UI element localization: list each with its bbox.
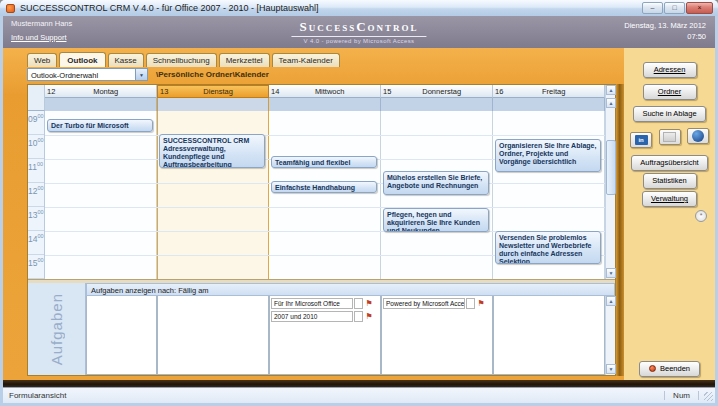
folder-path: \Persönliche Ordner\Kalender — [156, 70, 269, 79]
hour-label: 1500 — [28, 255, 44, 279]
day-header-dienstag[interactable]: 13Dienstag — [157, 85, 269, 98]
day-header-montag[interactable]: 12Montag — [45, 85, 157, 98]
tasks-scroll-up-icon[interactable]: ▲ — [606, 296, 616, 306]
day-name: Mittwoch — [279, 87, 380, 96]
task-category-cell[interactable] — [466, 298, 475, 309]
close-button[interactable]: × — [686, 2, 713, 14]
hour-gridline — [45, 207, 605, 208]
calendar-scrollbar[interactable]: ▲ ▲ ▼ — [605, 85, 615, 279]
allday-cell-donnerstag[interactable] — [381, 98, 493, 111]
app-header: Mustermann Hans Info und Support Success… — [3, 16, 715, 48]
bottom-border-strip — [3, 380, 715, 387]
appointment[interactable]: Versenden Sie problemlos Newsletter und … — [495, 231, 601, 264]
view-mode-label: Formularansicht — [9, 391, 66, 400]
scroll-down-icon[interactable]: ▼ — [606, 268, 616, 278]
tab-schnellbuchung[interactable]: Schnellbuchung — [146, 53, 217, 67]
ordner-button[interactable]: Ordner — [643, 84, 697, 100]
flag-icon[interactable]: ⚑ — [363, 311, 375, 322]
day-column-montag[interactable] — [45, 111, 157, 279]
task-item[interactable]: 2007 und 2010⚑ — [271, 311, 379, 322]
task-column-montag[interactable] — [86, 296, 157, 375]
task-column-dienstag[interactable] — [157, 296, 269, 375]
tasks-scrollbar[interactable]: ▲ ▼ — [605, 296, 615, 375]
appointment[interactable]: Mühelos erstellen Sie Briefe, Angebote u… — [383, 171, 489, 195]
appointment[interactable]: Der Turbo für Microsoft Office — [47, 119, 153, 132]
linkedin-icon[interactable]: in — [630, 132, 652, 148]
internet-icon[interactable] — [687, 128, 709, 144]
appointment[interactable]: Organisieren Sie Ihre Ablage, Ordner, Pr… — [495, 139, 601, 172]
hour-label: 1100 — [28, 159, 44, 183]
verwaltung-button[interactable]: Verwaltung — [642, 191, 697, 207]
day-header-mittwoch[interactable]: 14Mittwoch — [269, 85, 381, 98]
main-area: WebOutlookKasseSchnellbuchungMerkzettelT… — [3, 48, 715, 380]
scrollbar-thumb[interactable] — [606, 140, 616, 195]
app-logo: SuccessControl V 4.0 - powered by Micros… — [291, 19, 426, 44]
asterisk-icon-button[interactable]: * — [695, 210, 707, 222]
tab-kasse[interactable]: Kasse — [108, 53, 144, 67]
hour-gridline — [45, 135, 605, 136]
day-column-donnerstag[interactable] — [381, 111, 493, 279]
task-item[interactable]: Für Ihr Microsoft Office⚑ — [271, 298, 379, 309]
tasks-scroll-down-icon[interactable]: ▼ — [606, 364, 616, 374]
sidebar: in * Beenden AdressenOrdnerSuche in Abla… — [624, 48, 715, 380]
allday-cell-freitag[interactable] — [493, 98, 605, 111]
hour-label: 1200 — [28, 183, 44, 207]
task-column-freitag[interactable] — [493, 296, 605, 375]
user-name: Mustermann Hans — [11, 19, 72, 28]
title-bar: SUCCESSCONTROL CRM V 4.0 - für Office 20… — [0, 0, 718, 16]
hour-label: 1300 — [28, 207, 44, 231]
tab-outlook[interactable]: Outlook — [59, 52, 105, 67]
allday-cell-montag[interactable] — [45, 98, 157, 111]
allday-expand-icon[interactable]: ▲ — [606, 98, 616, 108]
social-icon-row: in — [624, 128, 715, 148]
adressen-button[interactable]: Adressen — [643, 62, 697, 78]
task-item[interactable]: Powered by Microsoft Access⚑ — [383, 298, 491, 309]
flag-icon[interactable]: ⚑ — [475, 298, 487, 309]
appointment[interactable]: Pflegen, hegen und akquirieren Sie Ihre … — [383, 208, 489, 232]
calendar-panel: 0900100011001200130014001500 Aufgaben Au… — [27, 84, 616, 376]
hour-label: 0900 — [28, 111, 44, 135]
suche-in-ablage-button[interactable]: Suche in Ablage — [633, 106, 705, 122]
tasks-header[interactable]: Aufgaben anzeigen nach: Fällig am — [86, 283, 615, 296]
window-title: SUCCESSCONTROL CRM V 4.0 - für Office 20… — [20, 3, 319, 13]
outlook-folder-dropdown[interactable]: Outlook-Ordnerwahl ▼ — [27, 68, 148, 81]
panel-right-edge — [616, 84, 624, 376]
day-name: Montag — [55, 87, 156, 96]
chevron-down-icon[interactable]: ▼ — [135, 69, 147, 80]
appointment[interactable]: Einfachste Handhabung — [271, 181, 377, 193]
task-category-cell[interactable] — [354, 311, 363, 322]
day-header-freitag[interactable]: 16Freitag — [493, 85, 605, 98]
task-text: 2007 und 2010 — [271, 311, 353, 322]
social-icon[interactable] — [659, 129, 681, 145]
app-icon — [6, 4, 15, 13]
scroll-up-icon[interactable]: ▲ — [606, 85, 616, 95]
flag-icon[interactable]: ⚑ — [363, 298, 375, 309]
day-name: Freitag — [503, 87, 604, 96]
task-text: Powered by Microsoft Access — [383, 298, 465, 309]
maximize-button[interactable]: □ — [664, 2, 685, 14]
day-number: 14 — [271, 87, 279, 96]
tab-team-kalender[interactable]: Team-Kalender — [272, 53, 340, 67]
day-header-donnerstag[interactable]: 15Donnerstag — [381, 85, 493, 98]
dropdown-value: Outlook-Ordnerwahl — [28, 69, 135, 80]
info-support-link[interactable]: Info und Support — [11, 33, 66, 42]
header-datetime: Dienstag, 13. März 2012 07:50 — [624, 20, 706, 42]
day-column-mittwoch[interactable] — [269, 111, 381, 279]
day-name: Dienstag — [168, 87, 268, 96]
appointment[interactable]: Teamfähig und flexibel — [271, 156, 377, 168]
window-controls: – □ × — [642, 2, 713, 14]
allday-cell-dienstag[interactable] — [157, 98, 269, 111]
appointment[interactable]: SUCCESSCONTROL CRM Adressverwaltung, Kun… — [159, 134, 265, 168]
task-category-cell[interactable] — [354, 298, 363, 309]
minimize-button[interactable]: – — [642, 2, 663, 14]
allday-cell-mittwoch[interactable] — [269, 98, 381, 111]
num-lock-indicator: Num — [664, 391, 699, 400]
calendar-corner-cell — [28, 85, 45, 111]
resize-grip[interactable] — [704, 392, 713, 401]
tab-web[interactable]: Web — [27, 53, 57, 67]
logo-title: SuccessControl — [291, 19, 426, 37]
quit-button[interactable]: Beenden — [639, 361, 700, 377]
tab-merkzettel[interactable]: Merkzettel — [219, 53, 270, 67]
app-window: SUCCESSCONTROL CRM V 4.0 - für Office 20… — [0, 0, 718, 406]
current-time: 07:50 — [624, 31, 706, 42]
